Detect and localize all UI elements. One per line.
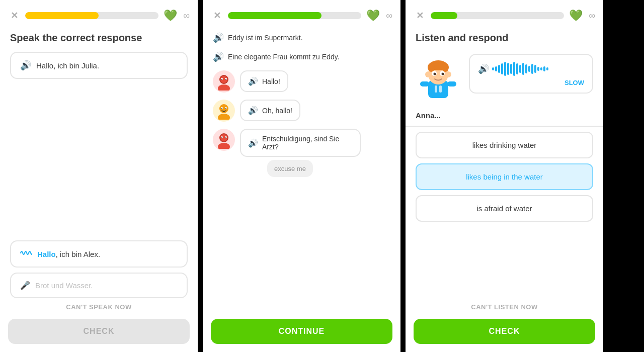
progress-bar-panel2 xyxy=(228,12,361,19)
svg-point-26 xyxy=(445,71,451,77)
chat-bubble-2[interactable]: 🔊 Oh, hallo! xyxy=(240,100,300,121)
prompt-text: Hallo, ich bin Julia. xyxy=(36,61,99,70)
cant-listen-label[interactable]: CAN'T LISTEN NOW xyxy=(406,303,603,311)
progress-fill-panel3 xyxy=(431,12,457,19)
check-button-panel3[interactable]: CHECK xyxy=(414,319,595,344)
divider-2 xyxy=(400,0,406,352)
mic-bubble[interactable]: 🎤 Brot und Wasser. xyxy=(10,273,188,298)
mic-icon: 🎤 xyxy=(20,281,30,290)
svg-point-21 xyxy=(221,137,222,138)
chat-line-2: 🔊 Oh, hallo! xyxy=(213,100,390,122)
cant-speak-label[interactable]: CAN'T SPEAK NOW xyxy=(0,303,198,311)
speaker-icon-narrator1: 🔊 xyxy=(213,32,224,43)
chat-container: 🔊 Eddy ist im Supermarkt. 🔊 Eine elegant… xyxy=(203,27,400,319)
continue-btn-container: CONTINUE xyxy=(203,319,400,352)
svg-point-9 xyxy=(219,104,228,113)
panel-listen: ✕ 💚 ∞ Listen and respond xyxy=(406,0,603,352)
svg-point-6 xyxy=(221,79,222,80)
svg-point-29 xyxy=(442,63,449,72)
svg-point-22 xyxy=(225,137,226,138)
infinity-icon-panel2: ∞ xyxy=(386,11,392,21)
infinity-icon-panel1: ∞ xyxy=(183,11,190,21)
chat-line-3: 🔊 Entschuldigung, sind Sie Arzt? excuse … xyxy=(213,129,390,177)
chat-text-3: Entschuldigung, sind Sie Arzt? xyxy=(262,135,353,151)
narrator-line1[interactable]: 🔊 Eddy ist im Supermarkt. xyxy=(213,32,390,43)
panel1-title: Speak the correct response xyxy=(0,27,198,52)
svg-point-25 xyxy=(425,71,431,77)
svg-point-14 xyxy=(225,108,226,109)
svg-point-33 xyxy=(442,72,444,75)
response-text: Hallo, ich bin Alex. xyxy=(37,250,100,258)
panel3-header: ✕ 💚 ∞ xyxy=(406,0,603,27)
answer-option-3[interactable]: is afraid of water xyxy=(416,195,593,222)
close-button-panel3[interactable]: ✕ xyxy=(414,10,426,22)
mic-placeholder-text: Brot und Wasser. xyxy=(35,281,93,290)
continue-button[interactable]: CONTINUE xyxy=(211,319,392,344)
answer-option-2[interactable]: likes being in the water xyxy=(416,163,593,190)
progress-fill-panel1 xyxy=(25,12,99,19)
panel2-header: ✕ 💚 ∞ xyxy=(203,0,400,27)
check-button-panel1[interactable]: CHECK xyxy=(8,319,190,344)
character-area: 🔊 xyxy=(406,49,603,109)
anna-label: Anna... xyxy=(406,109,603,127)
close-button-panel2[interactable]: ✕ xyxy=(211,10,223,22)
character-figure xyxy=(416,54,461,104)
narrator-line2[interactable]: 🔊 Eine elegante Frau kommt zu Eddy. xyxy=(213,51,390,62)
speaker-icon-audio: 🔊 xyxy=(478,63,489,74)
svg-point-7 xyxy=(225,79,226,80)
chat-bubble-3[interactable]: 🔊 Entschuldigung, sind Sie Arzt? xyxy=(240,129,361,157)
avatar-eddy-2 xyxy=(213,129,235,151)
translation-text: excuse me xyxy=(274,165,306,172)
speaker-icon-prompt: 🔊 xyxy=(20,60,31,71)
svg-rect-35 xyxy=(439,85,442,93)
panel1-header: ✕ 💚 ∞ xyxy=(0,0,198,27)
progress-bar-panel3 xyxy=(431,12,564,19)
avatar-eddy-1 xyxy=(213,70,235,93)
waveform xyxy=(492,61,548,77)
answer-option-1[interactable]: likes drinking water xyxy=(416,132,593,158)
chat-text-2: Oh, hallo! xyxy=(262,107,292,115)
wave-icon xyxy=(20,248,32,259)
chat-text-1: Hallo! xyxy=(262,77,280,85)
audio-bubble[interactable]: 🔊 xyxy=(469,54,593,94)
panel-speak: ✕ 💚 ∞ Speak the correct response 🔊 Hallo… xyxy=(0,0,198,352)
close-button-panel1[interactable]: ✕ xyxy=(8,10,20,22)
translation-bubble: excuse me xyxy=(267,160,313,177)
speaker-icon-narrator2: 🔊 xyxy=(213,51,224,62)
progress-fill-panel2 xyxy=(228,12,321,19)
speaker-icon-chat1: 🔊 xyxy=(248,76,258,86)
prompt-bubble[interactable]: 🔊 Hallo, ich bin Julia. xyxy=(10,52,188,79)
svg-point-13 xyxy=(221,108,222,109)
chat-bubble-1[interactable]: 🔊 Hallo! xyxy=(240,70,288,92)
svg-rect-34 xyxy=(435,85,437,93)
svg-rect-36 xyxy=(420,81,429,86)
progress-bar-panel1 xyxy=(25,12,158,19)
heart-icon-panel1: 💚 xyxy=(164,9,177,22)
speaker-icon-chat2: 🔊 xyxy=(248,106,258,115)
speaker-icon-chat3: 🔊 xyxy=(248,138,258,148)
panel-chat: ✕ 💚 ∞ 🔊 Eddy ist im Supermarkt. 🔊 Eine e… xyxy=(203,0,400,352)
slow-label[interactable]: SLOW xyxy=(565,79,584,86)
svg-rect-37 xyxy=(447,81,456,86)
heart-icon-panel3: 💚 xyxy=(569,9,583,22)
avatar-woman-1 xyxy=(213,100,235,122)
panel3-title: Listen and respond xyxy=(406,27,603,49)
chat-line-1: 🔊 Hallo! xyxy=(213,70,390,93)
svg-point-28 xyxy=(428,63,435,72)
heart-icon-panel2: 💚 xyxy=(366,9,380,22)
svg-point-32 xyxy=(434,72,436,75)
response-bubble: Hallo, ich bin Alex. xyxy=(10,240,188,268)
divider-1 xyxy=(198,0,203,352)
infinity-icon-panel3: ∞ xyxy=(589,11,595,21)
